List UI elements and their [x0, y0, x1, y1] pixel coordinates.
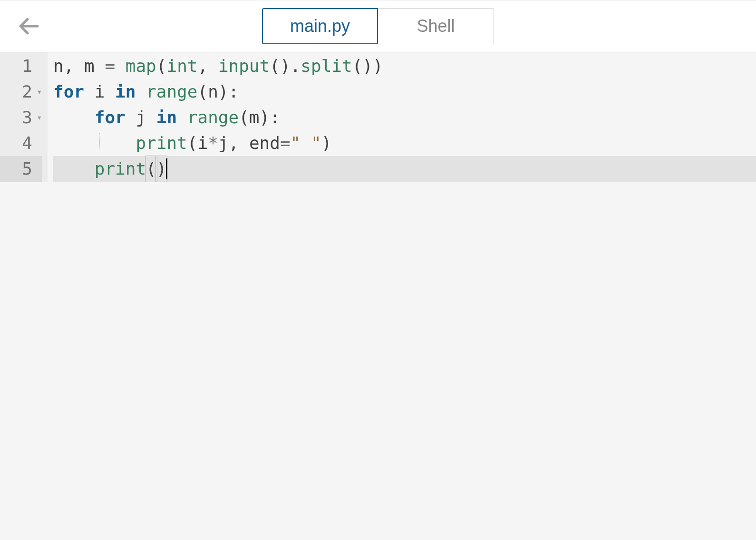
arrow-left-icon	[17, 14, 40, 38]
token-punct: ):	[218, 79, 239, 105]
token-builtin: range	[146, 79, 197, 105]
token-string: " "	[291, 130, 321, 156]
fold-marker-icon[interactable]: ▾	[35, 79, 42, 105]
token-punct	[53, 156, 95, 182]
back-button[interactable]	[14, 12, 43, 40]
token-punct: ().	[270, 53, 300, 79]
token-name: i	[197, 130, 208, 156]
token-punct: )	[321, 130, 332, 156]
token-op: =	[105, 53, 125, 79]
tab-label: Shell	[417, 16, 455, 36]
token-punct: ())	[352, 53, 383, 79]
token-punct: ,	[64, 53, 84, 79]
code-line[interactable]: for j in range(m):	[53, 105, 756, 130]
token-name: n	[208, 79, 218, 105]
tab-main-py[interactable]: main.py	[262, 8, 378, 44]
header: main.py Shell	[0, 0, 756, 52]
token-builtin: map	[126, 53, 156, 79]
indent-guide	[99, 133, 100, 153]
code-area[interactable]: n, m = map(int, input().split())for i in…	[48, 52, 756, 182]
code-editor[interactable]: 12▾3▾45 n, m = map(int, input().split())…	[0, 52, 756, 182]
line-number: 3▾	[0, 105, 42, 130]
token-keyword: in	[115, 79, 146, 105]
token-punct: ,	[229, 130, 249, 156]
token-keyword: for	[95, 105, 136, 130]
token-punct: ):	[260, 105, 280, 130]
token-punct: (	[197, 79, 208, 105]
token-builtin: split	[300, 53, 352, 79]
token-punct: (	[239, 105, 249, 130]
tab-shell[interactable]: Shell	[378, 8, 494, 44]
token-name: m	[249, 105, 260, 130]
code-line[interactable]: print()	[53, 156, 756, 182]
token-op: *	[208, 130, 218, 156]
gutter: 12▾3▾45	[0, 52, 48, 182]
token-name: i	[95, 79, 115, 105]
line-number: 4	[0, 130, 42, 156]
token-builtin: print	[136, 130, 187, 156]
line-number: 1	[0, 53, 42, 79]
token-builtin: int	[166, 53, 197, 79]
token-name: n	[53, 53, 64, 79]
token-name: m	[84, 53, 105, 79]
code-line[interactable]: n, m = map(int, input().split())	[53, 53, 756, 79]
token-punct	[53, 130, 136, 156]
token-punct	[53, 105, 95, 130]
token-punct: (	[187, 130, 198, 156]
token-builtin: range	[187, 105, 239, 130]
token-punct: ,	[198, 53, 218, 79]
line-number: 2▾	[0, 79, 42, 105]
tab-label: main.py	[290, 16, 350, 36]
code-line[interactable]: print(i*j, end=" ")	[53, 130, 756, 156]
fold-marker-icon[interactable]: ▾	[35, 105, 42, 130]
token-builtin: print	[95, 156, 146, 182]
token-keyword: in	[156, 105, 187, 130]
token-punct: (	[156, 53, 167, 79]
line-number: 5	[0, 156, 42, 182]
token-op: =	[280, 130, 291, 156]
code-line[interactable]: for i in range(n):	[53, 79, 756, 105]
token-name: end	[249, 130, 280, 156]
token-name: j	[218, 130, 229, 156]
token-name: j	[136, 105, 156, 130]
token-builtin: input	[218, 53, 270, 79]
tab-bar: main.py Shell	[262, 8, 494, 44]
text-cursor	[166, 158, 167, 179]
token-keyword: for	[53, 79, 95, 105]
